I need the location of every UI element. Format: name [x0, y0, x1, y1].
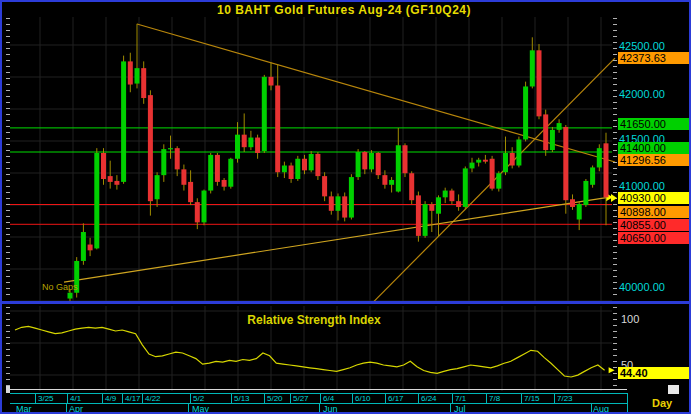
candle-bullish — [349, 177, 354, 217]
timeframe-label: Day — [652, 397, 672, 409]
date-tick-mark — [35, 393, 36, 403]
candle-bullish — [228, 159, 233, 187]
price-badge: 41296.56 — [618, 154, 691, 166]
candle-bearish — [141, 68, 146, 98]
date-tick-label: 6/4 — [323, 394, 334, 404]
rsi-left-tick-scale — [6, 307, 10, 389]
candle-bearish — [101, 153, 106, 179]
candle-bearish — [342, 196, 347, 217]
candle-bearish — [604, 143, 609, 197]
candle-bearish — [563, 127, 568, 200]
candle-bullish — [369, 153, 374, 169]
candle-bullish — [121, 61, 126, 181]
candle-bearish — [490, 159, 495, 189]
candle-bullish — [463, 168, 468, 207]
rsi-axis-tick-scale — [613, 307, 617, 389]
candle-bearish — [128, 61, 133, 84]
candle-bearish — [543, 114, 548, 150]
date-tick-label: 5/13 — [234, 394, 250, 404]
candle-bearish — [403, 145, 408, 173]
candle-bullish — [597, 148, 602, 167]
candle-bearish — [329, 196, 334, 210]
candle-bearish — [289, 166, 294, 179]
date-tick-mark — [102, 393, 103, 403]
date-tick-mark — [385, 393, 386, 403]
candle-bullish — [516, 139, 521, 165]
candle-bearish — [222, 180, 227, 187]
date-tick-mark — [452, 393, 453, 403]
candle-bearish — [315, 154, 320, 176]
price-badge: 40855.00 — [618, 219, 691, 231]
date-tick-label: 7/23 — [557, 394, 573, 404]
candle-bearish — [409, 173, 414, 200]
candle-bullish — [282, 166, 287, 173]
candle-bullish — [68, 293, 73, 299]
candle-bullish — [356, 152, 361, 177]
date-tick-mark — [122, 393, 123, 403]
rsi-last-value-badge: 44.40 — [618, 367, 691, 379]
date-tick-label: 5/27 — [293, 394, 309, 404]
price-badge: 40898.00 — [618, 206, 691, 218]
candle-bearish — [114, 181, 119, 185]
price-axis-label: 42000.00 — [619, 88, 689, 100]
chart-title: 10 BAHT Gold Futures Aug-24 (GF10Q24) — [217, 3, 471, 17]
date-tick-mark — [142, 393, 143, 403]
candle-bullish — [81, 232, 86, 261]
date-tick-label: 6/24 — [421, 394, 437, 404]
date-tick-label: 5/20 — [267, 394, 283, 404]
month-separator — [66, 403, 67, 414]
price-axis-tick-scale — [613, 18, 617, 300]
candle-bearish — [537, 50, 542, 116]
candle-bullish — [309, 154, 314, 170]
date-tick-mark — [320, 393, 321, 403]
date-tick-mark — [418, 393, 419, 403]
candle-bearish — [483, 160, 488, 162]
date-tick-mark — [486, 393, 487, 403]
panel-separator — [2, 301, 691, 304]
horizontal-scrollbar-thumb[interactable] — [668, 385, 679, 394]
candle-bearish — [148, 95, 153, 201]
no-gaps-label: No Gaps — [42, 282, 78, 292]
month-label: Jun — [323, 404, 338, 414]
candle-bullish — [503, 153, 508, 172]
rsi-panel-title: Relative Strength Index — [247, 313, 380, 327]
candle-bearish — [188, 182, 193, 202]
candle-bearish — [275, 85, 280, 172]
date-tick-label: 6/17 — [388, 394, 404, 404]
candle-bullish — [470, 163, 475, 169]
candle-bearish — [510, 153, 515, 166]
date-tick-mark — [231, 393, 232, 403]
candle-bullish — [336, 196, 341, 210]
candle-bearish — [181, 169, 186, 184]
price-badge: 40650.00 — [618, 232, 691, 244]
candle-bearish — [108, 176, 113, 182]
candle-bullish — [248, 138, 253, 148]
candle-bullish — [583, 181, 588, 205]
price-axis-label: 42500.00 — [619, 40, 689, 52]
date-tick-label: 7/1 — [455, 394, 466, 404]
candle-bearish — [449, 191, 454, 202]
candle-bearish — [195, 202, 200, 222]
price-badge: 42373.63 — [618, 52, 691, 64]
date-tick-mark — [190, 393, 191, 403]
candle-bearish — [382, 175, 387, 185]
candle-bullish — [168, 148, 173, 149]
candle-bearish — [88, 245, 93, 251]
month-label: Apr — [69, 404, 83, 414]
date-tick-label: 5/2 — [193, 394, 204, 404]
price-axis-label: 41000.00 — [619, 180, 689, 192]
candle-bearish — [456, 201, 461, 207]
candle-bearish — [322, 176, 327, 196]
rsi-axis-label: 100 — [621, 313, 661, 325]
date-tick-label: 4/9 — [105, 394, 116, 404]
candle-bearish — [255, 138, 260, 153]
date-axis-end-line — [627, 393, 628, 414]
date-tick-mark — [290, 393, 291, 403]
candle-bullish — [135, 68, 140, 83]
candle-bullish — [202, 191, 207, 223]
candle-bearish — [302, 159, 307, 171]
date-tick-mark — [264, 393, 265, 403]
horizontal-scrollbar-track[interactable] — [10, 389, 627, 390]
left-tick-scale — [6, 18, 10, 300]
candle-bullish — [235, 135, 240, 159]
